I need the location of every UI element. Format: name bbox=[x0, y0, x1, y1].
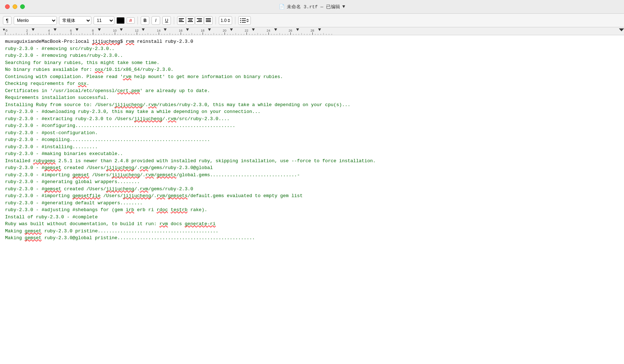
line: Install of ruby-2.3.0 - #complete bbox=[5, 214, 619, 221]
line: ruby-2.3.0 - #removing rubies/ruby-2.3.0… bbox=[5, 52, 619, 59]
document-icon: 📄 bbox=[279, 4, 285, 10]
svg-marker-13 bbox=[227, 21, 230, 22]
line: Continuing with compilation. Please read… bbox=[5, 73, 619, 81]
svg-rect-4 bbox=[189, 20, 192, 21]
svg-rect-8 bbox=[197, 21, 202, 22]
underline-button[interactable]: U bbox=[162, 16, 171, 25]
separator-3 bbox=[216, 17, 216, 24]
clear-format-button[interactable]: a bbox=[127, 17, 135, 24]
line-spacing-control[interactable]: 1.0 bbox=[219, 16, 232, 25]
font-select[interactable]: Menlo bbox=[14, 16, 57, 25]
paragraph-button[interactable]: ¶ bbox=[3, 16, 12, 25]
window-title: 📄 未命名 3.rtf — 已编辑 ▼ bbox=[279, 4, 345, 10]
line: Installed rubygems 2.5.1 is newer than 2… bbox=[5, 158, 619, 165]
line: ruby-2.3.0 - #compiling.................… bbox=[5, 136, 619, 144]
svg-marker-21 bbox=[246, 21, 249, 22]
separator-1 bbox=[137, 17, 138, 24]
svg-rect-10 bbox=[206, 20, 211, 21]
svg-rect-5 bbox=[188, 21, 193, 22]
svg-rect-2 bbox=[179, 21, 184, 22]
close-button[interactable] bbox=[5, 4, 10, 9]
svg-rect-15 bbox=[242, 18, 246, 19]
svg-rect-16 bbox=[240, 20, 241, 21]
text-color-swatch[interactable] bbox=[117, 17, 125, 24]
line: Making gemset ruby-2.3.0@global pristine… bbox=[5, 235, 619, 242]
line: ruby-2.3.0 - #making binaries executable… bbox=[5, 150, 619, 158]
bold-button[interactable]: B bbox=[141, 16, 149, 25]
svg-rect-9 bbox=[206, 18, 211, 19]
line: ruby-2.3.0 - #gemset created /Users/jiji… bbox=[5, 186, 619, 193]
line: ruby-2.3.0 - #post-configuration. bbox=[5, 129, 619, 137]
ruler bbox=[0, 27, 624, 35]
svg-rect-0 bbox=[179, 18, 184, 19]
align-justify-button[interactable] bbox=[204, 16, 213, 25]
size-select[interactable]: 11 bbox=[94, 16, 114, 25]
line: Requirements installation successful. bbox=[5, 94, 619, 101]
align-right-button[interactable] bbox=[195, 16, 204, 25]
svg-rect-11 bbox=[206, 21, 211, 22]
line: Searching for binary rubies, this might … bbox=[5, 59, 619, 67]
line: ruby-2.3.0 - #configuring...............… bbox=[5, 122, 619, 129]
svg-rect-18 bbox=[240, 22, 241, 23]
line: ruby-2.3.0 - #importing gemsetfile /User… bbox=[5, 192, 619, 200]
line: ruby-2.3.0 - #removing src/ruby-2.3.0.. bbox=[5, 45, 619, 53]
ruler-canvas bbox=[0, 27, 624, 35]
line-spacing-stepper[interactable]: 1.0 bbox=[219, 16, 232, 25]
line: ruby-2.3.0 - #extracting ruby-2.3.0 to /… bbox=[5, 115, 619, 123]
line: Certificates in '/usr/local/etc/openssl/… bbox=[5, 87, 619, 95]
minimize-button[interactable] bbox=[13, 4, 17, 9]
svg-rect-17 bbox=[242, 20, 246, 21]
svg-marker-20 bbox=[246, 19, 249, 20]
toolbar: ¶ Menlo 常规体 11 a B I U 1.0 bbox=[0, 14, 624, 27]
svg-rect-7 bbox=[198, 20, 202, 21]
svg-rect-19 bbox=[242, 22, 246, 23]
separator-4 bbox=[235, 17, 235, 24]
line: Installing Ruby from source to: /Users/j… bbox=[5, 101, 619, 109]
line: ruby-2.3.0 - #installing......... bbox=[5, 144, 619, 151]
line: Making gemset ruby-2.3.0 pristine.......… bbox=[5, 228, 619, 235]
svg-rect-3 bbox=[188, 18, 193, 19]
maximize-button[interactable] bbox=[20, 4, 25, 9]
italic-button[interactable]: I bbox=[152, 16, 160, 25]
line: No binary rubies available for: osx/10.1… bbox=[5, 66, 619, 73]
line: Ruby was built without documentation, to… bbox=[5, 220, 619, 228]
line: ruby-2.3.0 - #adjusting #shebangs for (g… bbox=[5, 206, 619, 214]
line: Checking requirements for osx. bbox=[5, 80, 619, 87]
style-select[interactable]: 常规体 bbox=[59, 16, 91, 25]
line: ruby-2.3.0 - #importing gemset /Users/ji… bbox=[5, 172, 619, 179]
list-button[interactable] bbox=[238, 16, 251, 25]
line: ruby-2.3.0 - #generating default wrapper… bbox=[5, 200, 619, 207]
line: ruby-2.3.0 - #downloading ruby-2.3.0, th… bbox=[5, 108, 619, 115]
svg-rect-14 bbox=[240, 18, 241, 19]
line: muxuguixiandeMacBook-Pro:local jijiuchen… bbox=[5, 38, 619, 45]
title-dropdown-arrow[interactable]: ▼ bbox=[342, 4, 345, 9]
svg-rect-1 bbox=[179, 20, 182, 21]
window-controls bbox=[5, 4, 25, 9]
titlebar: 📄 未命名 3.rtf — 已编辑 ▼ bbox=[0, 0, 624, 14]
svg-marker-12 bbox=[227, 19, 230, 20]
line: ruby-2.3.0 - #generating global wrappers… bbox=[5, 178, 619, 186]
svg-rect-6 bbox=[197, 18, 202, 19]
align-center-button[interactable] bbox=[186, 16, 195, 25]
document-content[interactable]: muxuguixiandeMacBook-Pro:local jijiuchen… bbox=[0, 35, 624, 345]
align-left-button[interactable] bbox=[177, 16, 186, 25]
title-text: 未命名 3.rtf — 已编辑 bbox=[287, 4, 340, 10]
align-group bbox=[177, 16, 213, 25]
separator-2 bbox=[174, 17, 174, 24]
line: ruby-2.3.0 - #gemset created /Users/jiji… bbox=[5, 164, 619, 172]
